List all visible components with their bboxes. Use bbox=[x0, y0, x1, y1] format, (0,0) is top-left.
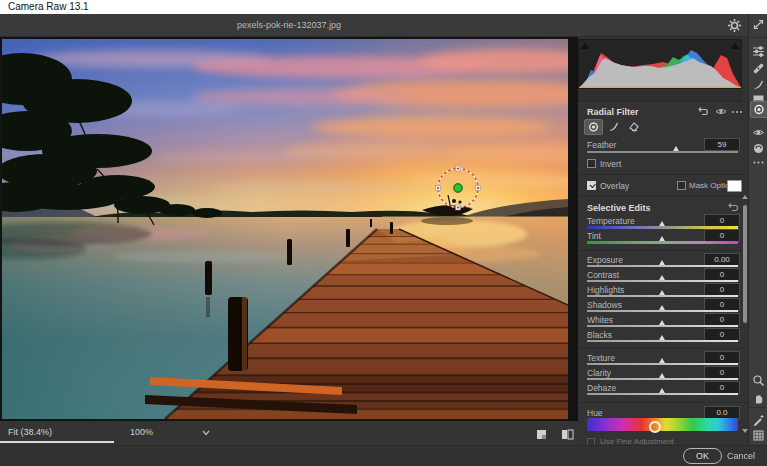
highlights-slider[interactable] bbox=[587, 295, 738, 297]
reset-icon[interactable] bbox=[696, 106, 709, 117]
camera-raw-window: Camera Raw 13.1 pexels-pok-rie-132037.jp… bbox=[0, 0, 767, 466]
texture-slider[interactable] bbox=[587, 363, 738, 365]
radial-filter-title: Radial Filter bbox=[587, 107, 639, 117]
selective-reset-icon[interactable] bbox=[726, 202, 739, 213]
document-header: pexels-pok-rie-132037.jpg bbox=[0, 14, 748, 37]
overlay-label: Overlay bbox=[600, 181, 629, 191]
radial-new-tool-selected[interactable] bbox=[584, 119, 603, 135]
shadow-clipping-indicator bbox=[581, 43, 589, 49]
overlay-checkbox[interactable] bbox=[587, 181, 596, 190]
fit-tab-underline bbox=[0, 441, 114, 443]
hue-slider-thumb[interactable] bbox=[649, 421, 661, 433]
histogram[interactable] bbox=[578, 39, 742, 89]
exposure-slider[interactable] bbox=[587, 265, 738, 267]
hue-slider[interactable] bbox=[587, 418, 738, 431]
cancel-button[interactable]: Cancel bbox=[727, 451, 755, 461]
fullscreen-icon[interactable] bbox=[752, 18, 765, 31]
radial-handle-top[interactable] bbox=[456, 166, 461, 171]
dialog-footer: OK Cancel bbox=[0, 445, 767, 466]
spot-removal-icon[interactable] bbox=[752, 62, 765, 75]
radial-handle-right[interactable] bbox=[476, 186, 481, 191]
eraser-tool-icon[interactable] bbox=[627, 120, 640, 133]
blacks-slider[interactable] bbox=[587, 340, 738, 342]
snapshots-icon[interactable] bbox=[752, 142, 765, 155]
radial-filter-tool-selected[interactable] bbox=[750, 101, 767, 118]
feather-label: Feather bbox=[587, 140, 616, 150]
invert-label: Invert bbox=[600, 159, 621, 169]
mask-options-checkbox[interactable] bbox=[677, 181, 686, 190]
adjustments-panel: Radial Filter Feather 59 Invert bbox=[578, 37, 748, 445]
targeted-adjustment-icon[interactable] bbox=[752, 414, 765, 427]
ok-button[interactable]: OK bbox=[683, 448, 722, 464]
window-title: Camera Raw 13.1 bbox=[8, 1, 89, 12]
invert-checkbox[interactable] bbox=[587, 159, 596, 168]
clarity-slider[interactable] bbox=[587, 378, 738, 380]
histogram-info-strip bbox=[578, 90, 742, 101]
feather-value[interactable]: 59 bbox=[704, 138, 740, 151]
whites-slider[interactable] bbox=[587, 325, 738, 327]
tool-column bbox=[748, 14, 767, 466]
zoom-statusbar: Fit (38.4%) 100% bbox=[0, 421, 578, 445]
before-after-view-icon[interactable] bbox=[561, 428, 574, 441]
radial-handle-bottom[interactable] bbox=[456, 205, 461, 210]
highlight-clipping-indicator bbox=[731, 43, 739, 49]
red-eye-icon[interactable] bbox=[752, 126, 765, 139]
edit-sliders-icon[interactable] bbox=[752, 45, 765, 58]
grid-overlay-icon[interactable] bbox=[752, 429, 765, 442]
dehaze-slider[interactable] bbox=[587, 393, 738, 395]
brush-tool-icon[interactable] bbox=[607, 120, 620, 133]
shadows-slider[interactable] bbox=[587, 310, 738, 312]
filename-label: pexels-pok-rie-132037.jpg bbox=[0, 20, 578, 30]
hand-tool-icon[interactable] bbox=[752, 392, 765, 405]
more-tools-icon[interactable] bbox=[752, 156, 765, 169]
radial-center-pin[interactable] bbox=[454, 184, 462, 192]
contrast-slider[interactable] bbox=[587, 280, 738, 282]
feather-slider[interactable] bbox=[587, 151, 738, 153]
image-canvas[interactable] bbox=[0, 37, 578, 421]
adjustment-brush-icon[interactable] bbox=[752, 78, 765, 91]
panel-scrollbar[interactable] bbox=[743, 205, 747, 323]
fine-adjustment-checkbox[interactable] bbox=[587, 438, 595, 445]
mask-color-swatch[interactable] bbox=[727, 180, 742, 192]
zoom-dropdown-chevron-icon[interactable] bbox=[202, 430, 210, 436]
preview-toggle-icon[interactable] bbox=[535, 428, 548, 441]
panel-more-options-icon[interactable] bbox=[731, 109, 743, 115]
window-titlebar: Camera Raw 13.1 bbox=[0, 0, 767, 14]
preview-eye-icon[interactable] bbox=[715, 107, 727, 116]
selective-edits-title: Selective Edits bbox=[587, 203, 651, 213]
zoom-100-tab[interactable]: 100% bbox=[130, 427, 153, 437]
preferences-gear-icon[interactable] bbox=[727, 18, 742, 33]
slider-row-hue: Hue 0.0 bbox=[587, 408, 738, 436]
zoom-tool-icon[interactable] bbox=[752, 374, 765, 387]
tint-slider[interactable] bbox=[587, 241, 738, 244]
fit-zoom-tab[interactable]: Fit (38.4%) bbox=[8, 427, 52, 437]
radial-handle-left[interactable] bbox=[436, 186, 441, 191]
photo-sunset-jetty[interactable] bbox=[2, 39, 568, 419]
